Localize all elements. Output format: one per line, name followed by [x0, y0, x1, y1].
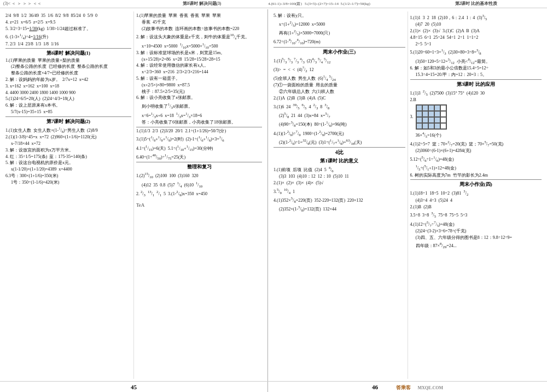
col2-line8: 4. 解：设经常使用微信的家长有x人。 — [136, 63, 262, 69]
col4-hw4-title: 周末小作业(四) — [410, 181, 542, 188]
col4-hw4-5: 4.(1)12÷(5/7÷7/5)=48(金) — [410, 220, 542, 228]
col1-s2-4: 3. 解：设放宜的面积为x万平方米。 — [5, 148, 131, 154]
col4-line6: 5.(1)20÷60=1÷3=1/3 (2)30×80=3÷8=3/8 — [410, 48, 542, 56]
col1-s1-5: 3. x=162 x=162 x=100 x=18 — [5, 84, 131, 90]
col1-line4: 6. (1-3×1/4)÷4=1/16(升) — [5, 32, 131, 40]
col2-review-2: (4)12 35 0.8 (5)7 1/4 (6)10 1/10 — [136, 180, 262, 189]
col3-hw3-2: (3)> = < < (4)7/2 12 — [274, 65, 405, 73]
top-left-hint: (3)< ＜ ＞ ＞ ＞ ＜＜ — [3, 1, 136, 7]
col1-line5: 7. 2/3 1/4 23/8 1/3 1/8 1/16 — [5, 42, 131, 48]
col4-s3-title: 第3课时 比的应用 — [410, 81, 542, 87]
col3-hw3-3: (5)全班人数 男生人数 (6)1/4 5/24 — [274, 74, 405, 82]
col3-hw3-1: 1.(1)5/3 5/3 7/3 4/3 (2)4/3 5/4 5/12 — [274, 56, 405, 65]
col3-line2: x÷(1+2/5)=12000 x=5000 — [274, 20, 405, 28]
col2-line19: 4.1÷(1/15)=6(天) 5.1÷(1/10+1/15)=30(分钟) — [136, 144, 262, 152]
col2-review-3: 2. 2/3 13/1 2/1 5 3.(1-2/9)x=350 x=450 — [136, 189, 262, 197]
right-page: 5. 解：设有y只。 x÷(1+2/5)=12000 x=5000 再有(1+2… — [268, 9, 547, 381]
col3-r1-1: 1.(1)前项 后项 比值 (2)4 5 4/6 — [274, 165, 405, 173]
col2-line1: 1.(1)苹果的质量 苹果 香蕉 香蕉 苹果 苹果 — [136, 13, 262, 19]
col3-hw3-6: 2.(1)A (2)B (3)B (4)A (5)C — [274, 96, 405, 102]
col3-hw3-5: ②六年级总人数 六(1)班人数 — [274, 89, 405, 95]
col4-hw4-8: 四年级：87×8/29=24... — [410, 241, 542, 249]
col4-s3-3b: 36×4/5=16(个) — [410, 131, 542, 139]
col3-r1-3: 2.(1)× (2)× (3)× (4)× (5)√ — [274, 180, 405, 186]
col1-s1-7: 5.(1)24÷6/5=20(人) (2)24÷4/3=18(人) — [5, 96, 131, 102]
col1-line1: 2/4 9/8 1/2 36/49 35 1/6 8/2 9/8 85/24 0… — [5, 13, 131, 19]
col4: 1.(1)1 3 2 18 (2)10，6：2.4 1：4 (3)3/5 (4)… — [408, 11, 544, 379]
col1-s1-9: 5/7(x-15)=35+15 x=85 — [5, 109, 131, 115]
col4-line2: (4)7 20 (5)10 — [410, 22, 542, 28]
content-area: 2/4 9/8 1/2 36/49 35 1/6 8/2 9/8 85/24 0… — [0, 9, 547, 381]
col1-s1-4: 2. 解：设妈妈的年龄为x岁。 2/7x=12 x=42 — [5, 77, 131, 83]
bottom-bar: 45 46 答乘客 MXQE.COM — [0, 381, 547, 392]
col4-hw4-6: (2)24÷(3-2)×3÷6=78÷(千克) — [410, 229, 542, 235]
col2-line5: x÷10=4500 x=5000 1/10x=5000×1/10=500 — [136, 42, 262, 50]
site-url: MXQE.COM — [418, 385, 443, 390]
col3-ratio-title: 4比 — [274, 149, 405, 156]
col4-line7: (3)50÷120=5÷12=5/12 小亮<8/12=最简。 — [410, 57, 542, 65]
col2-line16: 答：小亮收集了6张邮票，小亮收集了18张邮票。 — [136, 120, 262, 126]
col2-line15: x÷6=1/3x+6 x=18 1/3x=1/3×18=6 — [136, 111, 262, 119]
col4-s3-2: 2.B — [410, 97, 542, 103]
col1-s2-3: x-7/18×44 x=72 — [5, 141, 131, 147]
col1: 2/4 9/8 1/2 36/49 35 1/6 8/2 9/8 85/24 0… — [3, 11, 134, 379]
col4-line4: 4.8÷15 6÷1 25÷24 54÷1 2÷1 1÷1÷2 — [410, 35, 542, 41]
col2-section-review: 整理和复习 — [136, 163, 262, 170]
col4-hw4-4: 3.5÷8 3÷8 3/5 75÷8 75÷5 5÷3 — [410, 210, 542, 219]
top-col3-hint: 4.(61-1)÷3/8=100(篇) 5.(3×5)÷(2×7)=15÷14 … — [268, 1, 409, 7]
col4-hw4-1: 1.(1)18÷1 18÷5 10÷2 (3)81 3/2 — [410, 189, 542, 197]
col2-line13: 6. 解：设小亮收集了x张邮票。 — [136, 95, 262, 101]
col3-r1-5: 4.(1)352×5/8=220(页) 352-220=132(页) 220×1… — [274, 196, 405, 204]
col3: 5. 解：设有y只。 x÷(1+2/5)=12000 x=5000 再有(1+2… — [271, 11, 408, 379]
col2-line14: 则小明收集了1/3x张邮票。 — [136, 102, 262, 110]
col1-s1-8: 6. 解：设上层原来有x本书。 — [5, 103, 131, 109]
col3-hw3-10: 4.(1)(1-2/9)÷7/9 1900÷(1-2/9)=2700(元) — [274, 129, 405, 137]
top-col2-header: 第8课时 解决问题(3) — [136, 1, 268, 7]
col2-line7: (x+15/28)×2=86 x=28 15/28=15/28×28=15 — [136, 57, 262, 63]
col3-r1-2: (3)3 103 (4)10：12 12：10 (5)10 11 — [274, 174, 405, 180]
col2-review-1: 1.(2)15/10 (2)100 100 (3)160 320 — [136, 171, 262, 179]
col2-line12: 桃子：87.5×2/5=35(元) — [136, 89, 262, 95]
col4-line5: 2÷5 5÷1 — [410, 42, 542, 48]
col3-r1-6: (2)352×(1-5/8)=132(页) 132×44 — [274, 204, 405, 213]
col1-s1-6: 4. 4400 3000 2400 1800 1400 1000 900 — [5, 90, 131, 96]
col2-line2: 香蕉 45千克 — [136, 20, 262, 26]
col1-s1-2: (2)整条公路的长度 已经修的长度 整条公路的长度 — [5, 64, 131, 70]
top-col4-header: 第2课时 比的基本性质 — [409, 1, 544, 7]
watermark-text: 答乘客 — [396, 385, 411, 390]
col4-hw4-7: (3)四、五、六年级分得的图书是8：12：9.8÷12÷9= — [410, 235, 542, 241]
col2-line4: 2. 解：设这头大象的体重是z千克，则牛的体重是10/z千克。 — [136, 32, 262, 40]
col4-hw4-3: 2.(1)B (2)B — [410, 204, 542, 210]
col3-hw3-8: (2)5/8 21 44 (3)x=84 x=5/7 — [274, 111, 405, 119]
col2-line3: (2)故事书的本数 连环画的本数÷故事书的本数=220 — [136, 26, 262, 32]
col3-hw3-11: (2)(1-2/9)÷1=32/9(元) (3)1÷(1/7+1/9)=63/1… — [274, 138, 405, 146]
col2-line9: x÷2/3=360 x=216 2/3×2/3×216=144 — [136, 69, 262, 75]
col1-s2-8: 6.3号：300×(1+1/6)=350(米) — [5, 173, 131, 179]
page-num-right-val: 46 — [372, 384, 378, 390]
col1-s1-1: 1.(1)苹果的质量 苹果的质量×梨的质量 — [5, 58, 131, 64]
left-page: 2/4 9/8 1/2 36/49 35 1/6 8/2 9/8 85/24 0… — [0, 9, 268, 381]
col2-line10: 5. 解：设有一箱蛋子。 — [136, 76, 262, 82]
page-num-left: 45 — [0, 382, 268, 392]
col3-hw3-title: 周末小作业(三) — [274, 49, 405, 55]
col1-s2-2: 2.(1)(1-3/8)÷45=x x=72 (2)960×(1+1/6)=11… — [5, 134, 131, 141]
col3-ratio-sub: 第1课时 比的意义 — [274, 157, 405, 164]
col4-line1: 1.(1)1 3 2 18 (2)10，6：2.4 1：4 (3)3/5 — [410, 13, 542, 21]
tea-label: TeA — [136, 202, 262, 208]
col3-line4: 6.72÷(1-4/10-4/10)=720(m) — [274, 37, 405, 45]
col4-s3-7: 1/5÷(5/1+1)×12=48(金) — [410, 163, 542, 172]
col3-line1: 5. 解：设有y只。 — [274, 13, 405, 19]
col3-line3: 再有(1+2/5)×5000=7000(只) — [274, 28, 405, 37]
col1-s2-9: 1号：350÷(1-1/6)=420(米) — [5, 180, 131, 186]
col1-section2: 第7课时 解决问题(2) — [5, 118, 131, 125]
col1-section1: 第6课时 解决问题(1) — [5, 50, 131, 56]
col2-line17: 1.(1)1/3 2/3 (2)3/20 20/1 2.1÷(1+1/26)=5… — [136, 128, 262, 134]
col2: 1.(1)苹果的质量 苹果 香蕉 香蕉 苹果 苹果 香蕉 45千克 (2)故事书… — [134, 11, 264, 379]
page-container: (3)< ＜ ＞ ＞ ＞ ＜＜ 第8课时 解决问题(3) 4.(61-1)÷3/… — [0, 0, 547, 392]
col1-line3: 5. 3/2÷3÷15=1/30(kg) 1/30>1/24超过标准了。 — [5, 26, 131, 32]
col4-s3-6: 5.12÷(5/6÷1÷1/6)=48(金) — [410, 155, 542, 163]
col2-line6: 3. 解：设标准篮球场的长是x米，则宽是15m。 — [136, 50, 262, 56]
col4-s3-5: (2)3060÷(6-1)×(6+1)=4284(克) — [410, 148, 542, 154]
col1-s2-5: 4. 红：35÷1/5=175(条) 蓝：175-35=140(条) — [5, 154, 131, 160]
col4-s3-4: 4.(1)2÷5=7 篮；70×2/7=20(克) 篮；70×5/7=50(克) — [410, 139, 542, 148]
